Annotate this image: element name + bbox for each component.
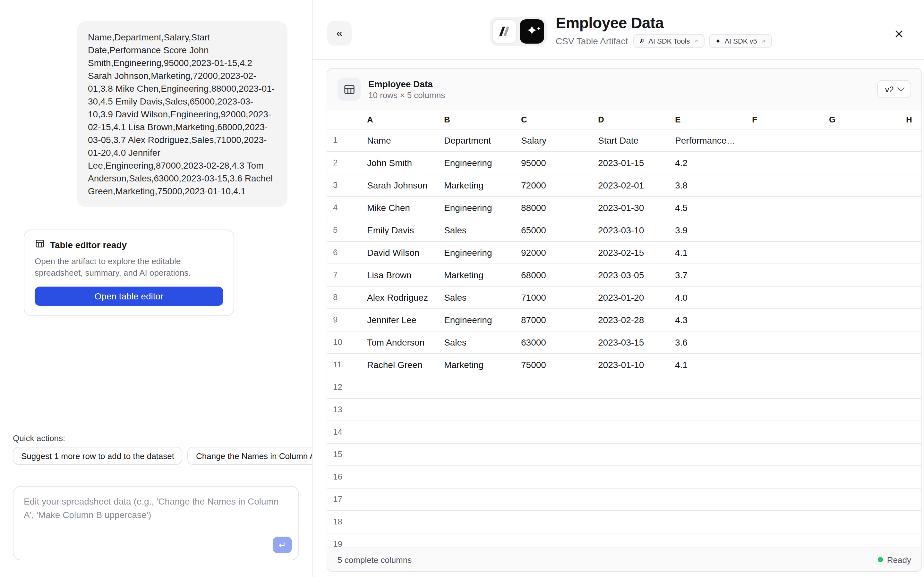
cell-G2[interactable]	[821, 152, 898, 174]
cell-G7[interactable]	[821, 264, 898, 287]
cell-E11[interactable]: 4.1	[667, 354, 744, 376]
cell-B19[interactable]	[436, 533, 513, 548]
cell-F5[interactable]	[744, 219, 821, 242]
cell-E18[interactable]	[667, 511, 744, 533]
cell-B12[interactable]	[436, 376, 513, 399]
cell-B5[interactable]: Sales	[436, 219, 513, 242]
cell-C4[interactable]: 88000	[513, 197, 590, 219]
cell-E13[interactable]	[667, 399, 744, 421]
cell-F14[interactable]	[744, 421, 821, 444]
cell-C9[interactable]: 87000	[513, 309, 590, 332]
cell-G3[interactable]	[821, 174, 898, 197]
cell-G15[interactable]	[821, 444, 898, 466]
cell-F9[interactable]	[744, 309, 821, 332]
cell-A6[interactable]: David Wilson	[359, 242, 436, 264]
cell-D10[interactable]: 2023-03-15	[590, 332, 667, 354]
cell-A7[interactable]: Lisa Brown	[359, 264, 436, 287]
cell-F18[interactable]	[744, 511, 821, 533]
cell-H2[interactable]	[898, 152, 921, 174]
cell-H10[interactable]	[898, 332, 921, 354]
cell-B10[interactable]: Sales	[436, 332, 513, 354]
cell-G14[interactable]	[821, 421, 898, 444]
cell-A14[interactable]	[359, 421, 436, 444]
cell-H14[interactable]	[898, 421, 921, 444]
cell-G9[interactable]	[821, 309, 898, 332]
cell-C2[interactable]: 95000	[513, 152, 590, 174]
cell-C1[interactable]: Salary	[513, 129, 590, 152]
column-header-B[interactable]: B	[436, 110, 513, 129]
cell-A2[interactable]: John Smith	[359, 152, 436, 174]
column-header-G[interactable]: G	[821, 110, 898, 129]
cell-D12[interactable]	[590, 376, 667, 399]
cell-E3[interactable]: 3.8	[667, 174, 744, 197]
cell-A10[interactable]: Tom Anderson	[359, 332, 436, 354]
cell-E16[interactable]	[667, 466, 744, 488]
cell-H7[interactable]	[898, 264, 921, 287]
cell-A8[interactable]: Alex Rodriguez	[359, 287, 436, 309]
cell-F7[interactable]	[744, 264, 821, 287]
cell-F12[interactable]	[744, 376, 821, 399]
cell-D4[interactable]: 2023-01-30	[590, 197, 667, 219]
cell-H8[interactable]	[898, 287, 921, 309]
cell-D11[interactable]: 2023-01-10	[590, 354, 667, 376]
badge-ai-sdk-v5[interactable]: AI SDK v5	[709, 34, 772, 48]
cell-H6[interactable]	[898, 242, 921, 264]
cell-F15[interactable]	[744, 444, 821, 466]
cell-G19[interactable]	[821, 533, 898, 548]
cell-B14[interactable]	[436, 421, 513, 444]
cell-H4[interactable]	[898, 197, 921, 219]
cell-C8[interactable]: 71000	[513, 287, 590, 309]
cell-E10[interactable]: 3.6	[667, 332, 744, 354]
cell-F17[interactable]	[744, 488, 821, 511]
cell-F10[interactable]	[744, 332, 821, 354]
cell-B7[interactable]: Marketing	[436, 264, 513, 287]
column-header-E[interactable]: E	[667, 110, 744, 129]
cell-H12[interactable]	[898, 376, 921, 399]
quick-action-chip[interactable]: Suggest 1 more row to add to the dataset	[13, 447, 183, 465]
cell-B6[interactable]: Engineering	[436, 242, 513, 264]
cell-B15[interactable]	[436, 444, 513, 466]
cell-G6[interactable]	[821, 242, 898, 264]
cell-E9[interactable]: 4.3	[667, 309, 744, 332]
cell-A11[interactable]: Rachel Green	[359, 354, 436, 376]
close-button[interactable]: ×	[888, 23, 910, 45]
cell-A12[interactable]	[359, 376, 436, 399]
cell-D8[interactable]: 2023-01-20	[590, 287, 667, 309]
row-number[interactable]: 1	[327, 129, 359, 152]
row-number[interactable]: 14	[327, 421, 359, 444]
quick-action-chip[interactable]: Change the Names in Column A	[188, 447, 312, 465]
cell-F3[interactable]	[744, 174, 821, 197]
cell-C3[interactable]: 72000	[513, 174, 590, 197]
cell-G10[interactable]	[821, 332, 898, 354]
cell-C18[interactable]	[513, 511, 590, 533]
cell-E1[interactable]: Performance Score	[667, 129, 744, 152]
send-button[interactable]: ↵	[273, 537, 292, 553]
cell-E14[interactable]	[667, 421, 744, 444]
cell-B1[interactable]: Department	[436, 129, 513, 152]
cell-G11[interactable]	[821, 354, 898, 376]
badge-ai-sdk-tools[interactable]: AI SDK Tools	[633, 34, 704, 48]
column-header-H[interactable]: H	[898, 110, 921, 129]
cell-D5[interactable]: 2023-03-10	[590, 219, 667, 242]
cell-B13[interactable]	[436, 399, 513, 421]
cell-D14[interactable]	[590, 421, 667, 444]
cell-D13[interactable]	[590, 399, 667, 421]
cell-D9[interactable]: 2023-02-28	[590, 309, 667, 332]
cell-C11[interactable]: 75000	[513, 354, 590, 376]
cell-C7[interactable]: 68000	[513, 264, 590, 287]
row-number[interactable]: 4	[327, 197, 359, 219]
cell-G5[interactable]	[821, 219, 898, 242]
cell-F19[interactable]	[744, 533, 821, 548]
cell-D16[interactable]	[590, 466, 667, 488]
cell-B17[interactable]	[436, 488, 513, 511]
grid-corner-cell[interactable]	[327, 110, 359, 129]
cell-A1[interactable]: Name	[359, 129, 436, 152]
cell-E7[interactable]: 3.7	[667, 264, 744, 287]
cell-G16[interactable]	[821, 466, 898, 488]
cell-D3[interactable]: 2023-02-01	[590, 174, 667, 197]
cell-G18[interactable]	[821, 511, 898, 533]
cell-H19[interactable]	[898, 533, 921, 548]
cell-C12[interactable]	[513, 376, 590, 399]
cell-A17[interactable]	[359, 488, 436, 511]
row-number[interactable]: 7	[327, 264, 359, 287]
